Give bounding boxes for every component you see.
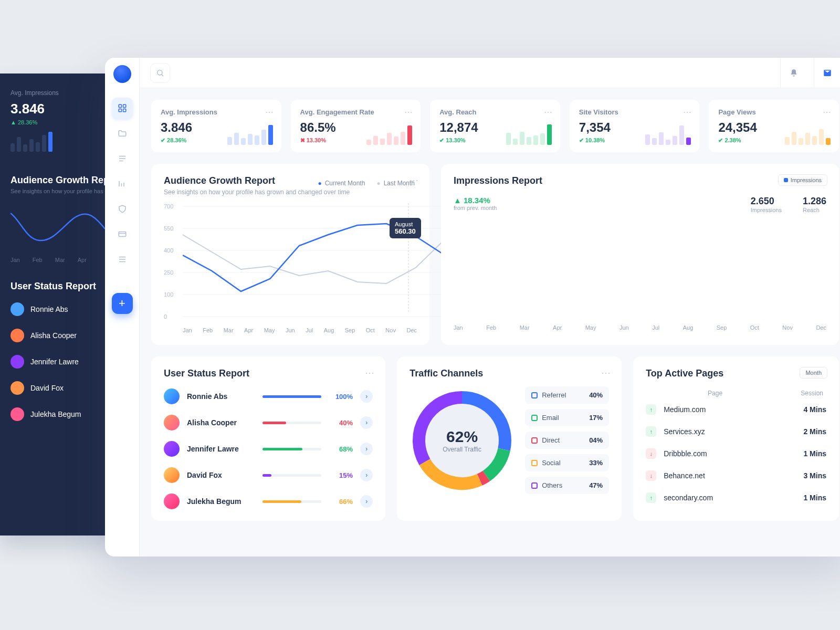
nav-chart[interactable] bbox=[112, 173, 133, 194]
more-icon[interactable]: ⋯ bbox=[404, 107, 413, 117]
session-value: 2 Mins bbox=[784, 427, 826, 436]
channel-row: Email17% bbox=[525, 409, 609, 426]
donut-chart: 62% Overall Traffic bbox=[410, 388, 514, 493]
mail-button[interactable] bbox=[814, 58, 840, 88]
logo[interactable] bbox=[113, 65, 131, 83]
chevron-right-icon[interactable]: › bbox=[360, 390, 373, 403]
user-status-row: Alisha Cooper 40% › bbox=[164, 415, 373, 430]
user-name: Alisha Cooper bbox=[187, 418, 255, 427]
avatar bbox=[164, 467, 180, 483]
nav-card[interactable] bbox=[112, 224, 133, 245]
svg-rect-1 bbox=[123, 104, 125, 107]
kpi-row: ⋯ Avg. Impressions 3.846 ✔ 28.36% ⋯ Avg.… bbox=[151, 100, 839, 152]
chevron-right-icon[interactable]: › bbox=[360, 416, 373, 429]
x-axis: JanFebMarAprMayJunJulAugSepOctNovDec bbox=[454, 324, 826, 331]
trend-down-icon: ↓ bbox=[646, 470, 656, 481]
metric-reach: 1.286 bbox=[803, 196, 826, 207]
channel-value: 47% bbox=[589, 481, 603, 489]
trend-up-icon: ↑ bbox=[646, 426, 656, 437]
nav-list[interactable] bbox=[112, 249, 133, 270]
kpi-label: Avg. Reach bbox=[439, 108, 551, 116]
page-name: Dribbble.com bbox=[664, 449, 784, 458]
page-row: ↑ secondary.com 1 Mins bbox=[646, 492, 826, 503]
sidebar: + bbox=[105, 58, 140, 556]
page-row: ↓ Dribbble.com 1 Mins bbox=[646, 448, 826, 459]
chevron-right-icon[interactable]: › bbox=[360, 469, 373, 481]
user-status-row: David Fox 15% › bbox=[164, 467, 373, 483]
page-name: Behance.net bbox=[664, 471, 784, 480]
session-value: 1 Mins bbox=[784, 494, 826, 502]
page-row: ↑ Medium.com 4 Mins bbox=[646, 404, 826, 415]
user-status-row: Julekha Begum 66% › bbox=[164, 494, 373, 509]
topbar bbox=[140, 58, 840, 88]
legend-last: Last Month bbox=[376, 180, 415, 187]
metric-impressions: 2.650 bbox=[751, 196, 782, 207]
more-icon[interactable]: ⋯ bbox=[544, 107, 553, 117]
kpi-card: ⋯ Avg. Impressions 3.846 ✔ 28.36% bbox=[151, 100, 281, 152]
top-active-pages-card: Top Active Pages Month PageSession ↑ Med… bbox=[633, 356, 839, 521]
channel-label: Others bbox=[542, 481, 562, 489]
user-status-row: Ronnie Abs 100% › bbox=[164, 388, 373, 404]
card-subtitle: See insights on how your profile has gro… bbox=[164, 188, 417, 196]
chevron-right-icon[interactable]: › bbox=[360, 495, 373, 508]
pages-list: ↑ Medium.com 4 Mins ↑ Services.xyz 2 Min… bbox=[646, 404, 826, 503]
page-row: ↓ Behance.net 3 Mins bbox=[646, 470, 826, 481]
kpi-label: Avg. Impressions bbox=[161, 108, 272, 116]
x-axis: JanFebMarAprMayJunJulAugSepOctNovDec bbox=[183, 327, 417, 333]
channel-row: Social33% bbox=[525, 454, 609, 471]
more-icon[interactable]: ⋯ bbox=[265, 107, 274, 117]
growth-sparkline bbox=[10, 203, 105, 250]
add-button[interactable]: + bbox=[112, 293, 133, 314]
avatar bbox=[164, 441, 180, 457]
card-title: Impressions Report bbox=[454, 175, 826, 186]
kpi-sparkline bbox=[227, 123, 273, 145]
impressions-card: Impressions Report Impressions ▲ 18.34% … bbox=[441, 164, 839, 345]
nav-shield[interactable] bbox=[112, 198, 133, 219]
kpi-card: ⋯ Avg. Reach 12,874 ✔ 13.30% bbox=[430, 100, 560, 152]
range-dropdown[interactable]: Month bbox=[800, 367, 827, 379]
donut-center-label: Overall Traffic bbox=[443, 446, 481, 453]
notifications-button[interactable] bbox=[780, 58, 806, 88]
progress-value: 66% bbox=[329, 498, 353, 506]
trend-up-icon: ↑ bbox=[646, 492, 656, 503]
change-label: from prev. month bbox=[454, 205, 497, 211]
more-icon[interactable]: ⋯ bbox=[601, 367, 611, 379]
page-name: secondary.com bbox=[664, 494, 784, 502]
user-name: Ronnie Abs bbox=[187, 392, 255, 401]
channel-label: Email bbox=[542, 414, 559, 422]
more-icon[interactable]: ⋯ bbox=[683, 107, 692, 117]
more-icon[interactable]: ⋯ bbox=[823, 107, 832, 117]
trend-up-icon: ↑ bbox=[646, 404, 656, 415]
kpi-sparkline bbox=[506, 123, 552, 145]
channel-value: 17% bbox=[589, 414, 603, 422]
kpi-label: Avg. Engagement Rate bbox=[300, 108, 412, 116]
nav-files[interactable] bbox=[112, 148, 133, 169]
channel-label: Direct bbox=[542, 436, 560, 444]
audience-growth-card: ⋯ Audience Growth Report See insights on… bbox=[151, 164, 429, 345]
series-pill[interactable]: Impressions bbox=[778, 174, 827, 186]
progress-track bbox=[262, 422, 321, 424]
progress-track bbox=[262, 474, 321, 477]
search-button[interactable] bbox=[150, 63, 170, 83]
kpi-card: ⋯ Site Visitors 7,354 ✔ 10.38% bbox=[570, 100, 700, 152]
avatar bbox=[164, 388, 180, 404]
page-name: Services.xyz bbox=[664, 427, 784, 436]
progress-value: 100% bbox=[329, 393, 353, 401]
kpi-label: Site Visitors bbox=[579, 108, 690, 116]
user-status-list: Ronnie Abs 100% › Alisha Cooper 40% › Je… bbox=[164, 388, 373, 509]
kpi-card: ⋯ Page Views 24,354 ✔ 2.38% bbox=[709, 100, 839, 152]
session-value: 3 Mins bbox=[784, 471, 826, 480]
traffic-channels-card: ⋯ Traffic Channels 62% Overall Traffic R… bbox=[397, 356, 622, 521]
progress-track bbox=[262, 448, 321, 450]
nav-dashboard[interactable] bbox=[112, 98, 133, 119]
progress-track bbox=[262, 500, 321, 503]
nav-folder[interactable] bbox=[112, 123, 133, 144]
chevron-right-icon[interactable]: › bbox=[360, 443, 373, 455]
kpi-sparkline bbox=[366, 123, 412, 145]
session-value: 1 Mins bbox=[784, 449, 826, 458]
donut-center-value: 62% bbox=[446, 428, 478, 446]
more-icon[interactable]: ⋯ bbox=[365, 367, 375, 379]
line-chart: 7005504002501000 August 560.30 bbox=[164, 203, 417, 324]
channel-label: Referrel bbox=[542, 391, 566, 399]
user-name: Julekha Begum bbox=[187, 497, 255, 506]
